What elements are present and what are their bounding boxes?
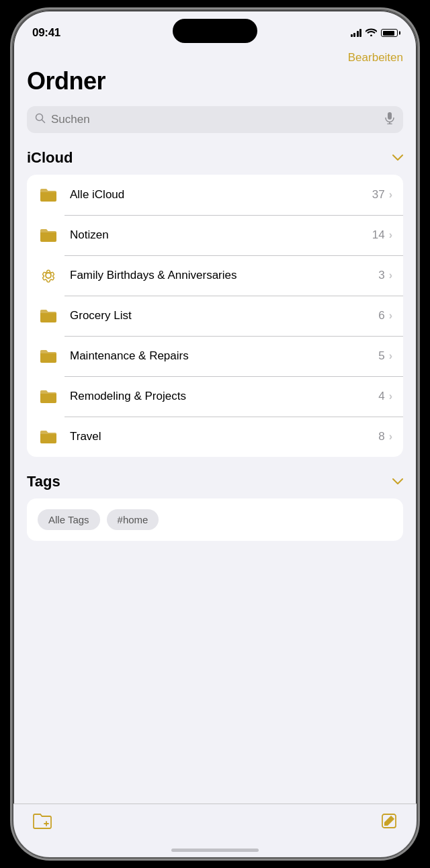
alle-icloud-chevron-icon: › [389,189,392,201]
list-item-maintenance-repairs[interactable]: Maintenance & Repairs 5 › [27,336,403,376]
page-title: Ordner [27,67,403,95]
notizen-label: Notizen [70,228,372,242]
icloud-chevron-down-icon[interactable] [392,152,403,164]
svg-rect-2 [388,112,392,120]
status-icons [351,28,398,38]
status-time: 09:41 [32,26,60,40]
folder-icon [38,305,59,327]
list-item-alle-icloud[interactable]: Alle iCloud 37 › [27,175,403,215]
icloud-title: iCloud [27,149,73,167]
tags-list: Alle Tags #home [27,498,403,541]
travel-count: 8 [378,430,384,443]
wifi-icon [366,28,377,38]
family-birthdays-chevron-icon: › [389,269,392,281]
header-actions: Bearbeiten [27,46,403,67]
icloud-list: Alle iCloud 37 › Notizen 14 › [27,175,403,457]
home-indicator [171,849,259,852]
list-item-notizen[interactable]: Notizen 14 › [27,215,403,255]
tag-alle-tags[interactable]: Alle Tags [38,509,100,530]
folder-icon [38,184,59,206]
folder-icon [38,224,59,246]
notizen-count: 14 [372,228,385,242]
list-item-grocery-list[interactable]: Grocery List 6 › [27,296,403,336]
list-item-remodeling-projects[interactable]: Remodeling & Projects 4 › [27,376,403,417]
edit-button[interactable]: Bearbeiten [348,51,403,64]
maintenance-repairs-chevron-icon: › [389,350,392,362]
dynamic-island [173,19,257,43]
phone-frame: 09:41 Bearbeiten [13,11,417,857]
tags-section: Tags Alle Tags #home [27,473,403,541]
search-bar[interactable] [27,106,403,133]
compose-button[interactable] [380,812,398,832]
remodeling-projects-chevron-icon: › [389,390,392,402]
tags-chevron-down-icon[interactable] [392,476,403,488]
grocery-list-label: Grocery List [70,309,378,322]
mic-icon[interactable] [384,112,395,127]
family-birthdays-count: 3 [378,269,384,282]
alle-icloud-count: 37 [372,188,385,202]
main-content: Bearbeiten Ordner [13,46,417,804]
folder-icon [38,426,59,447]
maintenance-repairs-label: Maintenance & Repairs [70,349,378,363]
maintenance-repairs-count: 5 [378,349,384,363]
remodeling-projects-label: Remodeling & Projects [70,390,378,403]
new-folder-button[interactable] [32,812,52,832]
travel-chevron-icon: › [389,431,392,443]
svg-line-1 [42,120,45,123]
tag-home[interactable]: #home [107,509,159,530]
battery-fill [383,31,394,36]
gear-icon [38,265,59,286]
grocery-list-count: 6 [378,309,384,322]
alle-icloud-label: Alle iCloud [70,188,372,202]
tags-section-header: Tags [27,473,403,490]
list-item-travel[interactable]: Travel 8 › [27,417,403,457]
list-item-family-birthdays[interactable]: Family Birthdays & Anniversaries 3 › [27,255,403,296]
family-birthdays-label: Family Birthdays & Anniversaries [70,269,378,282]
remodeling-projects-count: 4 [378,390,384,403]
search-input[interactable] [51,113,379,126]
tags-title: Tags [27,473,60,490]
travel-label: Travel [70,430,378,443]
icloud-section-header: iCloud [27,149,403,167]
signal-icon [351,29,362,37]
search-icon [35,113,46,126]
notizen-chevron-icon: › [389,229,392,241]
folder-icon [38,345,59,367]
battery-icon [381,29,398,37]
folder-icon [38,386,59,407]
grocery-list-chevron-icon: › [389,310,392,322]
